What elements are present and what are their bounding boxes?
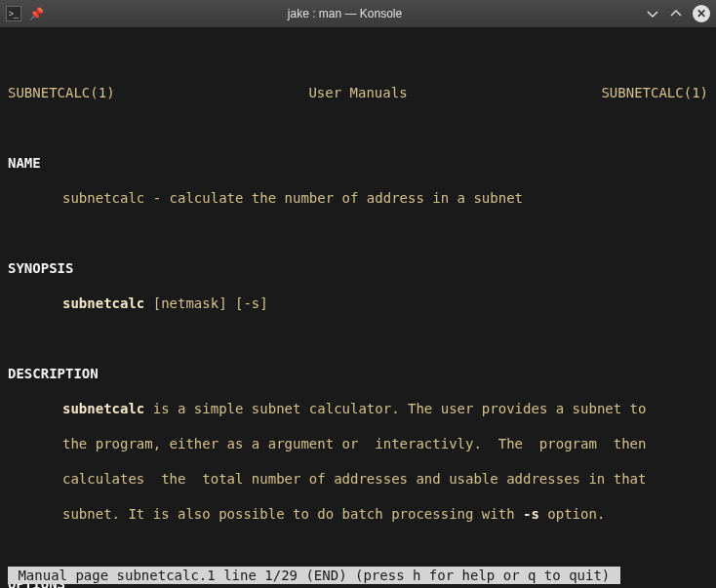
man-header: SUBNETCALC(1)User ManualsSUBNETCALC(1) [8,84,708,101]
minimize-button[interactable] [646,7,659,20]
synopsis-args: [netmask] [-s] [144,295,267,311]
section-synopsis: SYNOPSIS [8,259,708,277]
close-button[interactable]: ✕ [693,5,710,22]
pager-status-bar: Manual page subnetcalc.1 line 1/29 (END)… [8,567,620,584]
name-line: subnetcalc - calculate the number of add… [8,189,708,207]
maximize-button[interactable] [669,7,683,20]
desc-cmd: subnetcalc [62,401,144,416]
man-header-center: User Manuals [308,84,407,101]
desc-line-1: subnetcalc is a simple subnet calculator… [8,400,708,417]
blank-line [8,119,708,137]
synopsis-cmd: subnetcalc [62,295,144,311]
terminal-viewport[interactable]: SUBNETCALC(1)User ManualsSUBNETCALC(1) N… [0,27,716,588]
desc-line-2: the program, either as a argument or int… [8,435,708,452]
blank-line [8,540,708,558]
blank-line [8,330,708,347]
desc-opt-flag: -s [523,506,539,522]
pin-icon[interactable]: 📌 [29,7,44,20]
window-titlebar: >_ 📌 jake : man — Konsole ✕ [0,0,716,27]
section-description: DESCRIPTION [8,365,708,382]
blank-line [8,224,708,242]
man-header-right: SUBNETCALC(1) [601,84,708,101]
section-name: NAME [8,154,708,172]
synopsis-line: subnetcalc [netmask] [-s] [8,294,708,312]
blank-line [8,49,708,66]
man-header-left: SUBNETCALC(1) [8,84,115,101]
desc-line-3: calculates the total number of addresses… [8,470,708,488]
desc-line-4: subnet. It is also possible to do batch … [8,505,708,523]
app-icon: >_ [6,6,21,21]
window-title: jake : man — Konsole [44,7,646,20]
